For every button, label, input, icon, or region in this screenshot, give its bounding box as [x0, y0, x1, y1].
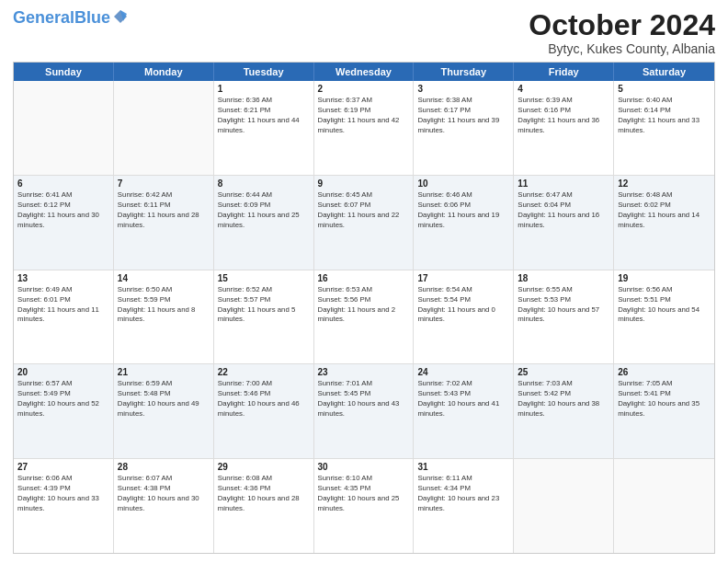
- day-cell-21: 21Sunrise: 6:59 AMSunset: 5:48 PMDayligh…: [114, 364, 214, 458]
- day-info: Sunrise: 6:50 AMSunset: 5:59 PMDaylight:…: [118, 285, 210, 326]
- day-number: 14: [118, 273, 210, 283]
- day-header-thursday: Thursday: [414, 63, 514, 81]
- day-cell-9: 9Sunrise: 6:45 AMSunset: 6:07 PMDaylight…: [314, 176, 415, 270]
- day-cell-6: 6Sunrise: 6:41 AMSunset: 6:12 PMDaylight…: [14, 176, 114, 270]
- day-info: Sunrise: 6:48 AMSunset: 6:02 PMDaylight:…: [618, 190, 711, 231]
- day-cell-23: 23Sunrise: 7:01 AMSunset: 5:45 PMDayligh…: [314, 364, 415, 458]
- calendar-week-4: 20Sunrise: 6:57 AMSunset: 5:49 PMDayligh…: [14, 364, 714, 459]
- day-header-monday: Monday: [114, 63, 214, 81]
- day-header-tuesday: Tuesday: [214, 63, 314, 81]
- logo-icon: [112, 8, 129, 25]
- day-cell-12: 12Sunrise: 6:48 AMSunset: 6:02 PMDayligh…: [614, 176, 714, 270]
- day-info: Sunrise: 6:37 AMSunset: 6:19 PMDaylight:…: [318, 96, 410, 136]
- day-info: Sunrise: 6:42 AMSunset: 6:11 PMDaylight:…: [118, 190, 210, 231]
- day-cell-17: 17Sunrise: 6:54 AMSunset: 5:54 PMDayligh…: [414, 270, 514, 364]
- day-number: 7: [118, 178, 210, 189]
- day-header-wednesday: Wednesday: [314, 63, 415, 81]
- day-cell-10: 10Sunrise: 6:46 AMSunset: 6:06 PMDayligh…: [414, 176, 514, 270]
- day-info: Sunrise: 6:49 AMSunset: 6:01 PMDaylight:…: [17, 285, 109, 326]
- empty-cell: [514, 459, 614, 553]
- day-info: Sunrise: 6:36 AMSunset: 6:21 PMDaylight:…: [218, 96, 310, 136]
- day-number: 21: [118, 367, 210, 377]
- day-cell-4: 4Sunrise: 6:39 AMSunset: 6:16 PMDaylight…: [514, 81, 614, 175]
- day-cell-29: 29Sunrise: 6:08 AMSunset: 4:36 PMDayligh…: [214, 459, 314, 553]
- calendar-week-2: 6Sunrise: 6:41 AMSunset: 6:12 PMDaylight…: [14, 176, 714, 270]
- calendar-week-3: 13Sunrise: 6:49 AMSunset: 6:01 PMDayligh…: [14, 270, 714, 365]
- day-info: Sunrise: 6:11 AMSunset: 4:34 PMDaylight:…: [417, 474, 509, 514]
- day-info: Sunrise: 6:56 AMSunset: 5:51 PMDaylight:…: [618, 285, 711, 326]
- empty-cell: [614, 459, 714, 553]
- day-info: Sunrise: 6:39 AMSunset: 6:16 PMDaylight:…: [518, 96, 609, 136]
- day-number: 26: [618, 367, 711, 377]
- day-number: 22: [218, 367, 310, 377]
- day-number: 4: [518, 84, 609, 94]
- day-cell-7: 7Sunrise: 6:42 AMSunset: 6:11 PMDaylight…: [114, 176, 214, 270]
- day-cell-26: 26Sunrise: 7:05 AMSunset: 5:41 PMDayligh…: [614, 364, 714, 458]
- day-cell-2: 2Sunrise: 6:37 AMSunset: 6:19 PMDaylight…: [314, 81, 415, 175]
- calendar: SundayMondayTuesdayWednesdayThursdayFrid…: [13, 62, 715, 554]
- day-cell-1: 1Sunrise: 6:36 AMSunset: 6:21 PMDaylight…: [214, 81, 314, 175]
- day-cell-15: 15Sunrise: 6:52 AMSunset: 5:57 PMDayligh…: [214, 270, 314, 364]
- day-number: 17: [417, 273, 509, 283]
- day-number: 28: [118, 462, 210, 472]
- day-cell-3: 3Sunrise: 6:38 AMSunset: 6:17 PMDaylight…: [414, 81, 514, 175]
- day-info: Sunrise: 6:53 AMSunset: 5:56 PMDaylight:…: [318, 285, 410, 326]
- location-title: Bytyc, Kukes County, Albania: [529, 41, 715, 56]
- day-cell-24: 24Sunrise: 7:02 AMSunset: 5:43 PMDayligh…: [414, 364, 514, 458]
- day-info: Sunrise: 6:46 AMSunset: 6:06 PMDaylight:…: [417, 190, 509, 231]
- day-header-sunday: Sunday: [14, 63, 114, 81]
- day-number: 25: [518, 367, 609, 377]
- day-cell-19: 19Sunrise: 6:56 AMSunset: 5:51 PMDayligh…: [614, 270, 714, 364]
- day-number: 2: [318, 84, 410, 94]
- day-info: Sunrise: 7:05 AMSunset: 5:41 PMDaylight:…: [618, 379, 711, 419]
- day-info: Sunrise: 6:10 AMSunset: 4:35 PMDaylight:…: [318, 474, 410, 514]
- day-cell-11: 11Sunrise: 6:47 AMSunset: 6:04 PMDayligh…: [514, 176, 614, 270]
- day-number: 5: [618, 84, 711, 94]
- day-header-friday: Friday: [514, 63, 614, 81]
- day-info: Sunrise: 6:44 AMSunset: 6:09 PMDaylight:…: [218, 190, 310, 231]
- day-header-saturday: Saturday: [614, 63, 714, 81]
- day-cell-16: 16Sunrise: 6:53 AMSunset: 5:56 PMDayligh…: [314, 270, 415, 364]
- logo-blue: Blue: [74, 8, 110, 27]
- empty-cell: [14, 81, 114, 175]
- day-number: 13: [17, 273, 109, 283]
- calendar-header-row: SundayMondayTuesdayWednesdayThursdayFrid…: [14, 63, 714, 81]
- day-info: Sunrise: 7:00 AMSunset: 5:46 PMDaylight:…: [218, 379, 310, 419]
- day-cell-13: 13Sunrise: 6:49 AMSunset: 6:01 PMDayligh…: [14, 270, 114, 364]
- day-info: Sunrise: 6:59 AMSunset: 5:48 PMDaylight:…: [118, 379, 210, 419]
- day-cell-20: 20Sunrise: 6:57 AMSunset: 5:49 PMDayligh…: [14, 364, 114, 458]
- header: GeneralBlue October 2024 Bytyc, Kukes Co…: [13, 9, 715, 56]
- page: GeneralBlue October 2024 Bytyc, Kukes Co…: [0, 0, 728, 563]
- month-title: October 2024: [529, 9, 715, 41]
- logo-text: GeneralBlue: [13, 9, 110, 26]
- day-info: Sunrise: 6:38 AMSunset: 6:17 PMDaylight:…: [417, 96, 509, 136]
- day-info: Sunrise: 6:54 AMSunset: 5:54 PMDaylight:…: [417, 285, 509, 326]
- day-cell-25: 25Sunrise: 7:03 AMSunset: 5:42 PMDayligh…: [514, 364, 614, 458]
- logo: GeneralBlue: [13, 9, 129, 26]
- day-number: 10: [417, 178, 509, 189]
- day-info: Sunrise: 6:47 AMSunset: 6:04 PMDaylight:…: [518, 190, 609, 231]
- day-info: Sunrise: 7:03 AMSunset: 5:42 PMDaylight:…: [518, 379, 609, 419]
- day-cell-28: 28Sunrise: 6:07 AMSunset: 4:38 PMDayligh…: [114, 459, 214, 553]
- day-number: 18: [518, 273, 609, 283]
- day-cell-22: 22Sunrise: 7:00 AMSunset: 5:46 PMDayligh…: [214, 364, 314, 458]
- day-info: Sunrise: 6:08 AMSunset: 4:36 PMDaylight:…: [218, 474, 310, 514]
- day-number: 6: [17, 178, 109, 189]
- day-info: Sunrise: 6:06 AMSunset: 4:39 PMDaylight:…: [17, 474, 109, 514]
- day-info: Sunrise: 6:52 AMSunset: 5:57 PMDaylight:…: [218, 285, 310, 326]
- day-number: 24: [417, 367, 509, 377]
- day-info: Sunrise: 6:41 AMSunset: 6:12 PMDaylight:…: [17, 190, 109, 231]
- day-info: Sunrise: 7:02 AMSunset: 5:43 PMDaylight:…: [417, 379, 509, 419]
- day-number: 20: [17, 367, 109, 377]
- day-info: Sunrise: 6:55 AMSunset: 5:53 PMDaylight:…: [518, 285, 609, 326]
- day-cell-27: 27Sunrise: 6:06 AMSunset: 4:39 PMDayligh…: [14, 459, 114, 553]
- day-info: Sunrise: 6:40 AMSunset: 6:14 PMDaylight:…: [618, 96, 711, 136]
- day-number: 9: [318, 178, 410, 189]
- day-cell-31: 31Sunrise: 6:11 AMSunset: 4:34 PMDayligh…: [414, 459, 514, 553]
- day-info: Sunrise: 7:01 AMSunset: 5:45 PMDaylight:…: [318, 379, 410, 419]
- day-info: Sunrise: 6:57 AMSunset: 5:49 PMDaylight:…: [17, 379, 109, 419]
- calendar-body: 1Sunrise: 6:36 AMSunset: 6:21 PMDaylight…: [14, 81, 714, 553]
- day-number: 15: [218, 273, 310, 283]
- calendar-week-1: 1Sunrise: 6:36 AMSunset: 6:21 PMDaylight…: [14, 81, 714, 176]
- day-info: Sunrise: 6:07 AMSunset: 4:38 PMDaylight:…: [118, 474, 210, 514]
